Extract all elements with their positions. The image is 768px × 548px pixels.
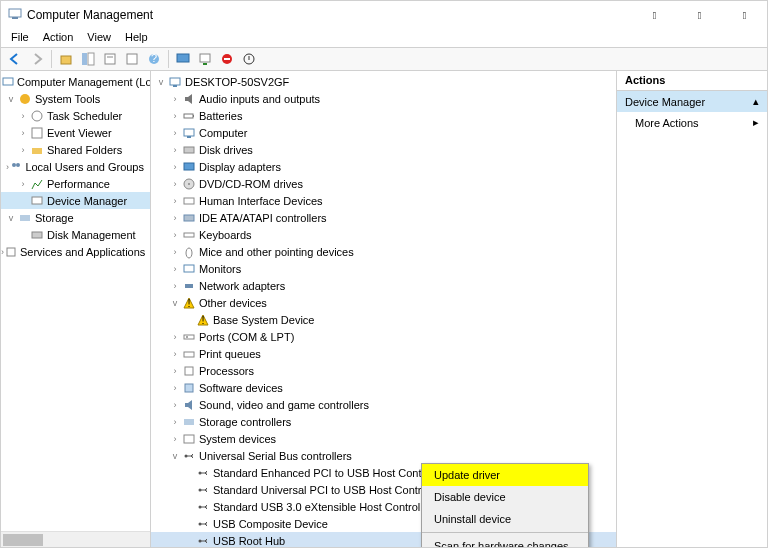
tree-system-tools[interactable]: v System Tools bbox=[1, 90, 150, 107]
expand-icon[interactable]: › bbox=[169, 230, 181, 240]
device-tree-item[interactable]: ›Print queues bbox=[151, 345, 616, 362]
device-tree-item[interactable]: ›Batteries bbox=[151, 107, 616, 124]
expand-icon[interactable]: › bbox=[169, 111, 181, 121]
expand-icon[interactable]: v bbox=[5, 94, 17, 104]
expand-icon[interactable]: › bbox=[169, 94, 181, 104]
expand-icon[interactable]: v bbox=[5, 213, 17, 223]
expand-icon[interactable]: › bbox=[169, 349, 181, 359]
tree-label: Local Users and Groups bbox=[25, 161, 150, 173]
device-tree-item[interactable]: ›Storage controllers bbox=[151, 413, 616, 430]
expand-icon[interactable]: › bbox=[17, 145, 29, 155]
svg-rect-24 bbox=[32, 232, 42, 238]
expand-icon[interactable]: › bbox=[169, 128, 181, 138]
device-tree-item[interactable]: ›Sound, video and game controllers bbox=[151, 396, 616, 413]
close-button[interactable]:  bbox=[722, 1, 767, 29]
device-label: Display adapters bbox=[199, 161, 287, 173]
device-category-other[interactable]: v!Other devices bbox=[151, 294, 616, 311]
monitor-icon[interactable] bbox=[173, 49, 193, 69]
actions-more-actions[interactable]: More Actions ▸ bbox=[617, 112, 767, 133]
device-tree-item[interactable]: ›Monitors bbox=[151, 260, 616, 277]
device-tree-item[interactable]: ›Network adapters bbox=[151, 277, 616, 294]
device-tree-item[interactable]: ›Computer bbox=[151, 124, 616, 141]
expand-icon[interactable]: › bbox=[169, 434, 181, 444]
expand-icon[interactable]: › bbox=[169, 247, 181, 257]
device-tree-item[interactable]: ›Audio inputs and outputs bbox=[151, 90, 616, 107]
device-tree-item[interactable]: ›Mice and other pointing devices bbox=[151, 243, 616, 260]
device-root[interactable]: vDESKTOP-50SV2GF bbox=[151, 73, 616, 90]
expand-icon[interactable]: v bbox=[155, 77, 167, 87]
tree-root[interactable]: Computer Management (Local bbox=[1, 73, 150, 90]
device-tree-item[interactable]: ›Keyboards bbox=[151, 226, 616, 243]
device-tree-item[interactable]: ›System devices bbox=[151, 430, 616, 447]
device-tree-item[interactable]: ›Display adapters bbox=[151, 158, 616, 175]
refresh-icon[interactable] bbox=[122, 49, 142, 69]
expand-icon[interactable]: › bbox=[169, 383, 181, 393]
clock-icon bbox=[29, 108, 45, 124]
expand-icon[interactable]: › bbox=[17, 179, 29, 189]
expand-icon[interactable]: › bbox=[17, 128, 29, 138]
tree-item-task-scheduler[interactable]: ›Task Scheduler bbox=[1, 107, 150, 124]
expand-icon[interactable]: › bbox=[169, 213, 181, 223]
expand-icon[interactable]: › bbox=[169, 264, 181, 274]
expand-icon[interactable]: › bbox=[169, 179, 181, 189]
minimize-button[interactable]:  bbox=[632, 1, 677, 29]
actions-selected-node[interactable]: Device Manager ▴ bbox=[617, 91, 767, 112]
expand-icon[interactable]: v bbox=[169, 451, 181, 461]
expand-icon[interactable]: › bbox=[169, 281, 181, 291]
tree-item-device-manager[interactable]: Device Manager bbox=[1, 192, 150, 209]
scan-icon[interactable] bbox=[195, 49, 215, 69]
disable-icon[interactable] bbox=[217, 49, 237, 69]
up-icon[interactable] bbox=[56, 49, 76, 69]
expand-icon[interactable]: › bbox=[17, 111, 29, 121]
expand-icon[interactable]: › bbox=[169, 145, 181, 155]
expand-icon[interactable]: › bbox=[169, 417, 181, 427]
svg-rect-29 bbox=[193, 115, 194, 117]
context-scan-hardware[interactable]: Scan for hardware changes bbox=[422, 535, 588, 547]
expand-icon[interactable]: › bbox=[169, 366, 181, 376]
context-update-driver[interactable]: Update driver bbox=[422, 464, 588, 486]
device-tree-item[interactable]: ›Ports (COM & LPT) bbox=[151, 328, 616, 345]
tree-item-disk-management[interactable]: Disk Management bbox=[1, 226, 150, 243]
show-hide-tree-icon[interactable] bbox=[78, 49, 98, 69]
menu-view[interactable]: View bbox=[81, 29, 117, 47]
expand-icon[interactable]: › bbox=[169, 162, 181, 172]
device-tree-item[interactable]: ›Human Interface Devices bbox=[151, 192, 616, 209]
properties-icon[interactable] bbox=[100, 49, 120, 69]
tools-icon bbox=[17, 91, 33, 107]
device-tree-item[interactable]: ›Disk drives bbox=[151, 141, 616, 158]
device-tree-item[interactable]: ›IDE ATA/ATAPI controllers bbox=[151, 209, 616, 226]
device-tree-item[interactable]: ›Processors bbox=[151, 362, 616, 379]
collapse-icon[interactable]: ▴ bbox=[753, 95, 759, 108]
device-tree-item[interactable]: ›Software devices bbox=[151, 379, 616, 396]
maximize-button[interactable]:  bbox=[677, 1, 722, 29]
expand-icon[interactable]: v bbox=[169, 298, 181, 308]
device-category-usb[interactable]: vUniversal Serial Bus controllers bbox=[151, 447, 616, 464]
device-tree-item[interactable]: ›DVD/CD-ROM drives bbox=[151, 175, 616, 192]
tree-item-performance[interactable]: ›Performance bbox=[1, 175, 150, 192]
menu-file[interactable]: File bbox=[5, 29, 35, 47]
tree-storage[interactable]: vStorage bbox=[1, 209, 150, 226]
context-disable-device[interactable]: Disable device bbox=[422, 486, 588, 508]
tree-item-shared-folders[interactable]: ›Shared Folders bbox=[1, 141, 150, 158]
forward-button[interactable] bbox=[27, 49, 47, 69]
usb-icon bbox=[181, 448, 197, 464]
warn-icon: ! bbox=[181, 295, 197, 311]
tree-item-local-users[interactable]: ›Local Users and Groups bbox=[1, 158, 150, 175]
device-item-base-system[interactable]: !Base System Device bbox=[151, 311, 616, 328]
horizontal-scrollbar[interactable] bbox=[1, 531, 150, 547]
back-button[interactable] bbox=[5, 49, 25, 69]
uninstall-icon[interactable] bbox=[239, 49, 259, 69]
menu-help[interactable]: Help bbox=[119, 29, 154, 47]
help-icon[interactable]: ? bbox=[144, 49, 164, 69]
console-tree[interactable]: Computer Management (Local v System Tool… bbox=[1, 71, 150, 262]
device-label: Monitors bbox=[199, 263, 247, 275]
tree-services-apps[interactable]: ›Services and Applications bbox=[1, 243, 150, 260]
expand-icon[interactable]: › bbox=[169, 400, 181, 410]
menu-action[interactable]: Action bbox=[37, 29, 80, 47]
expand-icon[interactable]: › bbox=[169, 332, 181, 342]
expand-icon[interactable]: › bbox=[169, 196, 181, 206]
svg-rect-30 bbox=[184, 129, 194, 136]
context-uninstall-device[interactable]: Uninstall device bbox=[422, 508, 588, 530]
device-label: Other devices bbox=[199, 297, 273, 309]
tree-item-event-viewer[interactable]: ›Event Viewer bbox=[1, 124, 150, 141]
